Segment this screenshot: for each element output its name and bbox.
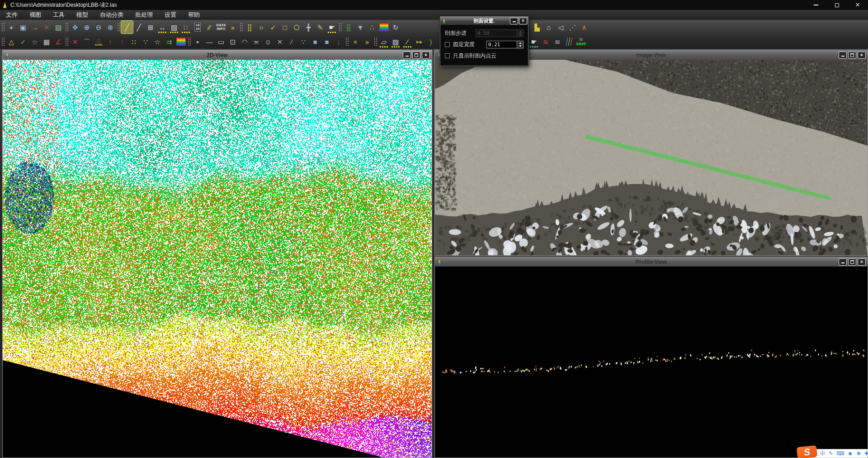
dash-bar-icon[interactable]: ↦ bbox=[413, 35, 425, 48]
curve-dash-icon[interactable]: ) bbox=[425, 35, 437, 48]
rails-icon[interactable]: ≍ bbox=[250, 35, 262, 48]
blue-rect2-icon[interactable]: ■ bbox=[321, 35, 333, 48]
profile-settings-dialog-titlebar[interactable]: 剖面设置. × bbox=[440, 17, 528, 25]
panel-2d-view-titlebar[interactable]: 2D-View × bbox=[3, 50, 432, 60]
rgb-lines-icon[interactable] bbox=[563, 35, 575, 48]
profile-grid-icon[interactable]: ⊠ bbox=[145, 21, 156, 33]
select-check-icon[interactable]: ✓ bbox=[267, 21, 279, 33]
select-cross-icon[interactable]: ╋ bbox=[302, 21, 314, 33]
dialog-minimize-button[interactable] bbox=[510, 18, 518, 24]
panel-restore-button[interactable] bbox=[412, 52, 420, 59]
fixed-width-input[interactable] bbox=[486, 41, 517, 48]
pan-icon[interactable]: ✥ bbox=[69, 21, 81, 33]
menu-item-auto-classify[interactable]: 自动分类 bbox=[94, 10, 129, 20]
add-points-icon[interactable]: + bbox=[5, 21, 17, 33]
ime-chinese-mode-icon[interactable]: 中 bbox=[820, 451, 826, 456]
menu-item-model[interactable]: 模型 bbox=[71, 10, 94, 20]
image-display-icon[interactable]: ▤ bbox=[52, 21, 64, 33]
classify-arrow-icon[interactable]: ⇉ bbox=[163, 35, 175, 48]
window-minimize-button[interactable] bbox=[806, 0, 826, 10]
toolbar-grip[interactable] bbox=[373, 37, 377, 47]
ime-handwriting-icon[interactable]: ✎ bbox=[829, 451, 833, 456]
profile-line-icon[interactable]: ╱ bbox=[121, 21, 133, 33]
profile-step-spin-up[interactable] bbox=[517, 30, 523, 33]
more-tools-icon[interactable]: » bbox=[227, 21, 239, 33]
multi-dots-icon[interactable]: ∵ bbox=[140, 35, 151, 48]
save-profile-icon[interactable]: ≋save bbox=[575, 35, 587, 48]
panel-minimize-button[interactable] bbox=[839, 52, 847, 59]
panel-close-button[interactable]: × bbox=[422, 52, 430, 59]
save-points-icon[interactable]: ▣ bbox=[17, 21, 29, 33]
select-polygon-icon[interactable]: ⬠ bbox=[291, 21, 302, 33]
menu-item-view[interactable]: 视图 bbox=[24, 10, 47, 20]
select-circle-icon[interactable]: ○ bbox=[255, 21, 267, 33]
yellow-dots-icon[interactable]: ∷ bbox=[128, 35, 140, 48]
model-blocks-icon[interactable]: ▙ bbox=[531, 21, 543, 33]
polyline-edit-icon[interactable]: ∠ bbox=[52, 35, 64, 48]
toolbar-grip[interactable] bbox=[239, 22, 243, 32]
hatch-x-icon[interactable]: ▨ bbox=[390, 35, 401, 48]
more-tools2-icon[interactable]: » bbox=[361, 35, 373, 48]
line-x-icon[interactable]: ∕ bbox=[401, 35, 413, 48]
ime-account-icon[interactable]: ☻ bbox=[847, 451, 853, 456]
line-h-icon[interactable]: — bbox=[203, 35, 215, 48]
dome-icon[interactable]: ◠ bbox=[239, 35, 250, 48]
toolbar-grip[interactable] bbox=[65, 37, 69, 47]
star-dash-icon[interactable]: ☆ bbox=[151, 35, 163, 48]
zoom-in-icon[interactable]: ⊕ bbox=[81, 21, 93, 33]
slope-icon[interactable]: ∕ bbox=[286, 35, 297, 48]
menu-item-batch[interactable]: 批处理 bbox=[129, 10, 159, 20]
profile-viewport[interactable] bbox=[435, 267, 868, 458]
point-density-icon[interactable]: 1815 bbox=[192, 21, 203, 33]
fixed-width-checkbox[interactable] bbox=[445, 42, 450, 47]
panel-minimize-button[interactable] bbox=[839, 258, 847, 266]
panel-restore-button[interactable] bbox=[848, 52, 856, 59]
menu-item-help[interactable]: 帮助 bbox=[182, 10, 206, 20]
panel-close-button[interactable]: × bbox=[858, 258, 866, 266]
triangle-tool-icon[interactable]: △ bbox=[5, 35, 17, 48]
data-info-icon[interactable]: DATAINFO bbox=[215, 21, 227, 33]
star-tool-icon[interactable]: ☆ bbox=[29, 35, 41, 48]
panel-close-button[interactable]: × bbox=[858, 52, 866, 59]
profile-step-input[interactable] bbox=[476, 29, 517, 37]
panel-profile-view-titlebar[interactable]: Profile-View × bbox=[435, 257, 868, 267]
menu-item-settings[interactable]: 设置 bbox=[159, 10, 182, 20]
zoom-extent-icon[interactable]: ⊛ bbox=[104, 21, 116, 33]
lift-points-icon[interactable]: ↑ bbox=[116, 35, 128, 48]
drop-arrow-icon[interactable]: ↓ bbox=[333, 35, 344, 48]
curves-gray-icon[interactable]: ≋ bbox=[552, 35, 563, 48]
dots-diag-icon[interactable]: ∵ bbox=[297, 35, 309, 48]
profile-free-icon[interactable]: ╱ bbox=[133, 21, 145, 33]
aerial-image-viewport[interactable] bbox=[435, 60, 868, 255]
menu-item-file[interactable]: 文件 bbox=[0, 10, 24, 20]
curves-color-icon[interactable]: ≋ bbox=[540, 35, 552, 48]
rect-wide-icon[interactable]: ▭ bbox=[215, 35, 227, 48]
ime-skin-icon[interactable]: ❖ bbox=[856, 451, 861, 456]
panel-minimize-button[interactable] bbox=[403, 52, 411, 59]
window-close-button[interactable]: × bbox=[847, 0, 868, 10]
filter-funnel-icon[interactable]: ▼ bbox=[354, 21, 366, 33]
toolbar-grip[interactable] bbox=[117, 22, 121, 32]
toolbar-grip[interactable] bbox=[187, 37, 191, 47]
polyline-nodes-icon[interactable]: ∧ bbox=[578, 21, 590, 33]
hand-dots-icon[interactable]: ☛ bbox=[528, 35, 540, 48]
dialog-close-button[interactable]: × bbox=[519, 18, 527, 24]
scatter-points-icon[interactable]: ∴ bbox=[366, 21, 378, 33]
color-palette2-icon[interactable] bbox=[175, 35, 187, 48]
edit-pen-icon[interactable]: ✎ bbox=[314, 21, 326, 33]
fixed-width-spin-up[interactable] bbox=[517, 41, 523, 45]
tin-view-icon[interactable]: ◁ bbox=[555, 21, 566, 33]
menu-item-tools[interactable]: 工具 bbox=[47, 10, 71, 20]
select-dots-icon[interactable]: ⣿ bbox=[244, 21, 255, 33]
check-tool-icon[interactable]: ✓ bbox=[17, 35, 29, 48]
raise-points-icon[interactable]: ↑ bbox=[104, 35, 116, 48]
only-profile-points-checkbox[interactable] bbox=[445, 53, 450, 58]
window-restore-button[interactable] bbox=[826, 0, 847, 10]
toolbar-grip[interactable] bbox=[338, 22, 342, 32]
point-cloud-2d-viewport[interactable] bbox=[3, 60, 432, 458]
hand-pick-icon[interactable]: ☛ bbox=[326, 21, 338, 33]
classify-dots-icon[interactable]: ⣿ bbox=[343, 21, 354, 33]
refresh-icon[interactable]: ↻ bbox=[390, 21, 401, 33]
polygon-x-icon[interactable]: ▱ bbox=[378, 35, 390, 48]
zoom-out-icon[interactable]: ⊖ bbox=[93, 21, 104, 33]
